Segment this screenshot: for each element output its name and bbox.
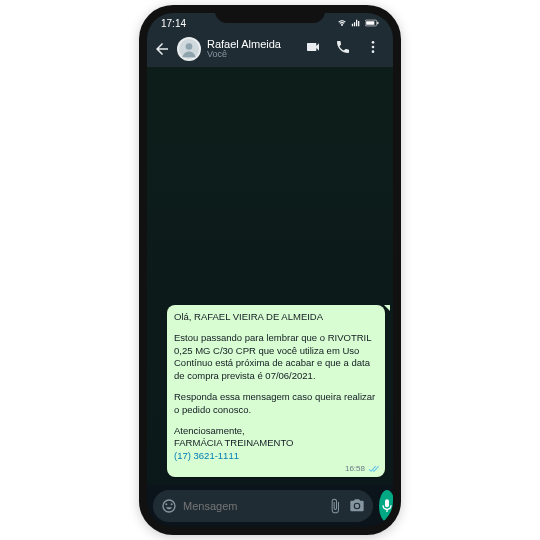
contact-subtitle: Você (207, 50, 299, 60)
message-input[interactable] (183, 500, 321, 512)
phone-notch (215, 5, 325, 23)
message-phone-link[interactable]: (17) 3621-1111 (174, 450, 239, 461)
chat-header: Rafael Almeida Você (147, 33, 393, 67)
message-greeting: Olá, RAFAEL VIEIRA DE ALMEIDA (174, 311, 378, 324)
outgoing-message[interactable]: Olá, RAFAEL VIEIRA DE ALMEIDA Estou pass… (167, 305, 385, 477)
input-bar (147, 485, 393, 527)
message-reply-prompt: Responda essa mensagem caso queira reali… (174, 391, 378, 417)
camera-icon[interactable] (349, 498, 365, 514)
svg-point-5 (372, 41, 375, 44)
svg-point-7 (372, 50, 375, 53)
svg-rect-2 (377, 22, 378, 24)
svg-rect-1 (366, 21, 374, 25)
signal-icon (351, 18, 361, 28)
message-time: 16:58 (345, 464, 365, 475)
battery-icon (365, 18, 379, 28)
message-sender: FARMÁCIA TREINAMENTO (174, 437, 293, 448)
video-call-button[interactable] (305, 39, 321, 59)
message-meta: 16:58 (345, 464, 379, 475)
avatar[interactable] (177, 37, 201, 61)
emoji-icon[interactable] (161, 498, 177, 514)
message-body: Estou passando para lembrar que o RIVOTR… (174, 332, 378, 383)
read-receipt-icon (367, 465, 379, 474)
screen: 17:14 Rafael Almeida Você (147, 13, 393, 527)
status-time: 17:14 (161, 18, 186, 29)
chat-area[interactable]: Olá, RAFAEL VIEIRA DE ALMEIDA Estou pass… (147, 67, 393, 485)
message-signoff: Atenciosamente, (174, 425, 245, 436)
voice-call-button[interactable] (335, 39, 351, 59)
contact-info[interactable]: Rafael Almeida Você (207, 38, 299, 60)
mic-button[interactable] (379, 490, 393, 522)
svg-point-4 (186, 43, 193, 50)
svg-point-6 (372, 46, 375, 49)
phone-frame: 17:14 Rafael Almeida Você (139, 5, 401, 535)
back-button[interactable] (153, 40, 171, 58)
attach-icon[interactable] (327, 498, 343, 514)
message-signature: Atenciosamente, FARMÁCIA TREINAMENTO (17… (174, 425, 378, 463)
status-icons (337, 18, 379, 28)
more-options-button[interactable] (365, 39, 381, 59)
wifi-icon (337, 18, 347, 28)
message-input-container[interactable] (153, 490, 373, 522)
